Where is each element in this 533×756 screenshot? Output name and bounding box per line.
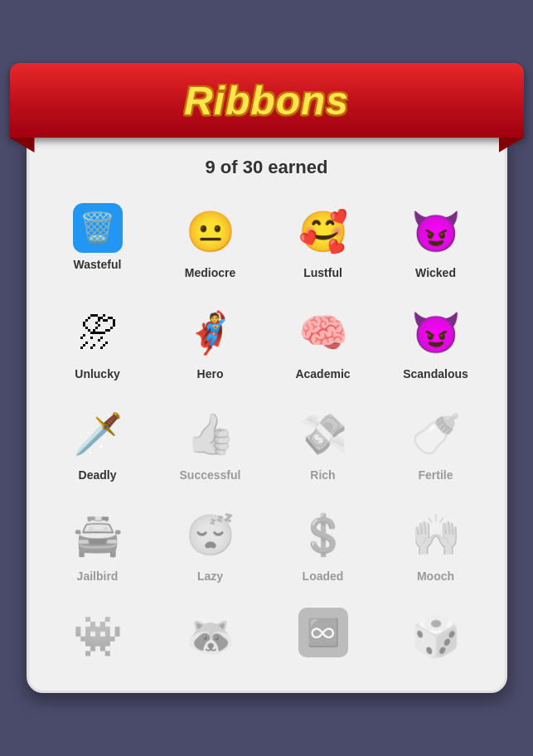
wasteful-icon: 🗑️ <box>73 203 123 253</box>
rich-emoji: 💸 <box>294 405 352 463</box>
wicked-emoji: 😈 <box>407 203 465 261</box>
fertile-label: Fertile <box>418 468 453 482</box>
jailbird-label: Jailbird <box>77 569 119 583</box>
deadly-label: Deadly <box>79 468 117 482</box>
ribbon-banner: Ribbons <box>10 63 524 138</box>
raccoon-emoji: 🦝 <box>182 608 240 666</box>
lazy-label: Lazy <box>197 569 223 583</box>
ribbon-item-deadly: 🗡️Deadly <box>46 397 150 490</box>
jailbird-emoji: 🚔 <box>69 506 127 565</box>
page-wrapper: Ribbons 9 of 30 earned 🗑️Wasteful😐Medioc… <box>27 88 507 693</box>
earned-count: 9 of 30 earned <box>46 157 488 178</box>
hero-label: Hero <box>197 367 224 380</box>
ribbon-item-loaded: 💲Loaded <box>271 498 376 591</box>
ribbon-item-mediocre: 😐Mediocre <box>158 195 263 288</box>
scandalous-emoji: 😈 <box>407 304 465 362</box>
unlucky-emoji: ⛈ <box>69 304 127 362</box>
fertile-emoji: 🍼 <box>407 405 465 463</box>
mediocre-label: Mediocre <box>185 266 235 279</box>
loaded-label: Loaded <box>303 569 344 583</box>
wicked-label: Wicked <box>415 266 456 279</box>
hero-emoji: 🦸 <box>182 304 240 362</box>
ribbons-card: 9 of 30 earned 🗑️Wasteful😐Mediocre🥰Lustf… <box>27 88 507 693</box>
lustful-emoji: 🥰 <box>294 203 352 261</box>
mooch-label: Mooch <box>417 569 454 583</box>
ribbon-item-unlucky: ⛈Unlucky <box>46 296 150 389</box>
ribbon-item-wasteful: 🗑️Wasteful <box>46 195 150 288</box>
ribbon-item-raccoon: 🦝 <box>158 599 263 674</box>
unlucky-label: Unlucky <box>75 367 119 380</box>
successful-emoji: 👍 <box>182 405 240 463</box>
ribbons-grid: 🗑️Wasteful😐Mediocre🥰Lustful😈Wicked⛈Unluc… <box>46 195 488 674</box>
ribbon-item-lustful: 🥰Lustful <box>271 195 376 288</box>
rich-label: Rich <box>310 468 335 482</box>
lazy-emoji: 😴 <box>182 506 240 565</box>
mooch-emoji: 🙌 <box>407 506 465 565</box>
mediocre-emoji: 😐 <box>182 203 240 261</box>
wasteful-label: Wasteful <box>74 258 122 271</box>
dice-emoji: 🎲 <box>407 608 465 666</box>
lustful-label: Lustful <box>303 266 342 279</box>
ribbon-item-scandalous: 😈Scandalous <box>384 296 488 389</box>
ribbon-item-rich: 💸Rich <box>271 397 376 490</box>
academic-emoji: 🧠 <box>294 304 352 362</box>
ribbon-item-hero: 🦸Hero <box>158 296 263 389</box>
ribbon-item-dice: 🎲 <box>384 599 488 674</box>
academic-label: Academic <box>295 367 350 380</box>
ribbon-item-academic: 🧠Academic <box>271 296 376 389</box>
successful-label: Successful <box>180 468 241 482</box>
ribbon-item-fertile: 🍼Fertile <box>384 397 488 490</box>
deadly-emoji: 🗡️ <box>69 405 127 463</box>
infinity-icon: ♾️ <box>298 608 348 657</box>
ribbon-item-mooch: 🙌Mooch <box>384 498 488 591</box>
ribbon-item-successful: 👍Successful <box>158 397 263 490</box>
ribbon-item-monster: 👾 <box>46 599 150 674</box>
scandalous-label: Scandalous <box>403 367 468 380</box>
ribbon-item-wicked: 😈Wicked <box>384 195 488 288</box>
ribbon-item-infinity: ♾️ <box>271 599 376 674</box>
loaded-emoji: 💲 <box>294 506 352 565</box>
monster-emoji: 👾 <box>69 608 127 666</box>
ribbon-title: Ribbons <box>184 78 349 124</box>
ribbon-item-jailbird: 🚔Jailbird <box>46 498 150 591</box>
ribbon-item-lazy: 😴Lazy <box>158 498 263 591</box>
